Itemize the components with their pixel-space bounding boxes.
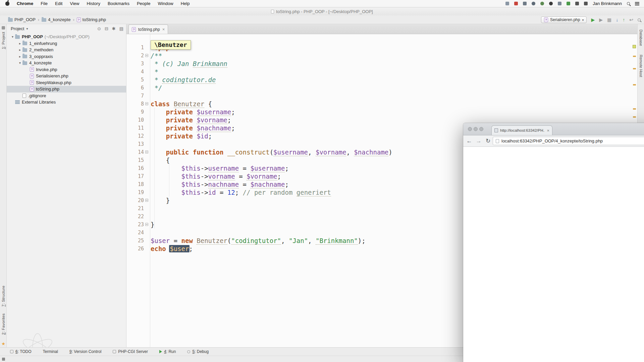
editor-code[interactable]: <?php/** * (c) Jan Brinkmann * * codingt… — [151, 44, 392, 253]
toolwindow-terminal[interactable]: Terminal — [43, 349, 58, 354]
breadcrumb-4-konzepte[interactable]: 4_konzepte — [42, 17, 70, 22]
notification-center-icon[interactable] — [635, 2, 639, 5]
menu-view[interactable]: View — [70, 1, 79, 6]
code-line[interactable] — [151, 229, 392, 237]
inspection-status-icon[interactable] — [633, 45, 636, 48]
settings-gear-icon[interactable]: ✱ — [112, 26, 116, 31]
code-line[interactable]: $this->id = 12; // per random generiert — [151, 188, 392, 196]
editor-tab-tostring[interactable]: toString.php × — [128, 24, 168, 34]
fold-marker-icon[interactable] — [145, 199, 148, 202]
toolwindow-button-structure[interactable]: 7: Structure — [1, 286, 5, 307]
run-config-select[interactable]: Serialisieren.php ▾ — [541, 16, 587, 23]
tree-item-invoke-php[interactable]: Invoke.php — [7, 66, 126, 73]
favorites-star-icon[interactable]: ★ — [1, 342, 5, 346]
code-line[interactable]: private $nachname; — [151, 124, 392, 132]
code-line[interactable]: $this->nachname = $nachname; — [151, 180, 392, 188]
evernote-icon[interactable] — [540, 2, 544, 5]
toolwindow-button-project[interactable]: 1: Project — [1, 32, 5, 49]
code-line[interactable]: private $username; — [151, 108, 392, 116]
code-line[interactable]: $this->vorname = $vorname; — [151, 172, 392, 180]
tree-item-4-konzepte[interactable]: ▾4_konzepte — [7, 60, 126, 66]
address-bar[interactable]: localhost:63342/PHP_OOP/4_konzepte/toStr… — [493, 137, 644, 145]
fold-marker-icon[interactable] — [145, 54, 148, 57]
code-line[interactable] — [151, 140, 392, 148]
tree-item-3-ooppraxis[interactable]: ▸3_ooppraxis — [7, 53, 126, 60]
menu-chrome[interactable]: Chrome — [17, 1, 33, 6]
zoom-window-icon[interactable] — [479, 127, 483, 131]
code-line[interactable]: */ — [151, 84, 392, 92]
forward-icon[interactable]: → — [474, 138, 483, 144]
tree-arrow-icon[interactable]: ▾ — [17, 61, 22, 65]
tree-item-gitignore[interactable]: .gitignore — [7, 93, 126, 99]
rollback-button[interactable]: ↩ — [629, 17, 633, 22]
tree-item-serialisieren-php[interactable]: Serialisieren.php — [7, 73, 126, 79]
menu-people[interactable]: People — [137, 1, 150, 6]
code-line[interactable]: public function __construct($username, $… — [151, 148, 392, 156]
camera-app-icon[interactable] — [549, 2, 553, 5]
tree-arrow-icon[interactable]: ▸ — [17, 55, 22, 58]
menu-edit[interactable]: Edit — [55, 1, 62, 6]
menu-file[interactable]: File — [41, 1, 48, 6]
dropbox-icon[interactable] — [558, 2, 561, 5]
code-line[interactable]: class Benutzer { — [151, 100, 392, 108]
update-project-button[interactable]: ↓ — [616, 17, 618, 22]
stripe-mark[interactable] — [633, 116, 636, 118]
run-coverage-button[interactable]: ▶ — [599, 17, 603, 22]
tree-arrow-icon[interactable]: ▸ — [17, 48, 22, 52]
code-line[interactable] — [151, 204, 392, 213]
apple-menu-icon[interactable] — [5, 2, 9, 6]
health-plus-icon[interactable] — [567, 2, 570, 5]
menubar-username[interactable]: Jan Brinkmann — [593, 1, 622, 6]
toolwindow-todo[interactable]: 6: TODO — [10, 349, 32, 354]
menu-help[interactable]: Help — [181, 1, 190, 6]
breadcrumb-tostring-php[interactable]: toString.php — [77, 17, 106, 22]
toolwindow-run[interactable]: 4: Run — [159, 349, 176, 354]
tree-item-1-einfuehrung[interactable]: ▸1_einfuehrung — [7, 40, 126, 47]
screen-record-icon[interactable] — [514, 2, 518, 5]
browser-tab[interactable]: http://localhost:63342/PH... × — [491, 125, 552, 135]
fold-marker-icon[interactable] — [145, 150, 148, 154]
tree-arrow-icon[interactable]: ▾ — [10, 35, 15, 39]
menu-history[interactable]: History — [87, 1, 100, 6]
menu-window[interactable]: Window — [158, 1, 173, 6]
clock-app-icon[interactable] — [532, 2, 535, 5]
browser-viewport[interactable] — [463, 147, 644, 362]
toolwindow-version-control[interactable]: 9: Version Control — [69, 349, 101, 354]
profiler-button[interactable]: ▦ — [607, 17, 611, 22]
stripe-mark[interactable] — [633, 56, 636, 57]
fold-marker-icon[interactable] — [145, 102, 148, 105]
display-app-icon[interactable] — [523, 2, 527, 5]
hide-panel-icon[interactable]: ▤ — [119, 26, 123, 31]
stripe-mark[interactable] — [633, 68, 636, 69]
code-line[interactable] — [151, 92, 392, 100]
code-line[interactable]: /** — [151, 52, 392, 60]
toolwindow-button-database[interactable]: Database — [639, 29, 643, 46]
close-icon[interactable]: × — [547, 128, 549, 133]
code-line[interactable]: * (c) Jan Brinkmann — [151, 60, 392, 68]
fold-marker-icon[interactable] — [145, 223, 148, 226]
cloud-app-icon[interactable] — [505, 2, 509, 5]
ide-titlebar[interactable]: toString.php - PHP_OOP - [~/Desktop/PHP_… — [0, 7, 644, 15]
project-toolwindow-icon[interactable] — [2, 26, 5, 29]
stripe-mark[interactable] — [633, 84, 636, 85]
toggle-toolwindows-icon[interactable] — [2, 358, 5, 361]
breadcrumb-php-oop[interactable]: PHP_OOP — [8, 17, 36, 22]
code-line[interactable] — [151, 213, 392, 221]
code-line[interactable]: * — [151, 68, 392, 76]
code-line[interactable]: { — [151, 156, 392, 164]
chrome-titlebar[interactable]: http://localhost:63342/PH... × — [463, 123, 644, 135]
code-line[interactable]: $user = new Benutzer("codingtutor", "Jan… — [151, 237, 392, 245]
code-line[interactable]: $this->username = $username; — [151, 164, 392, 172]
bluetooth-icon[interactable] — [584, 2, 588, 5]
tree-item-tostring-php[interactable]: toString.php — [7, 86, 126, 93]
toolwindow-php-cgi-server[interactable]: PHP-CGI Server — [113, 349, 148, 354]
tree-item-sleepwakeup-php[interactable]: SleepWakeup.php — [7, 79, 126, 86]
back-icon[interactable]: ← — [465, 138, 474, 144]
run-button[interactable]: ▶ — [591, 17, 595, 22]
tree-item-2-methoden[interactable]: ▸2_methoden — [7, 47, 126, 53]
tree-arrow-icon[interactable]: ▸ — [17, 42, 22, 45]
toolwindow-button-remote-host[interactable]: Remote Host — [639, 55, 643, 77]
toolwindow-button-favorites[interactable]: 2: Favorites — [1, 313, 5, 335]
commit-button[interactable]: ↑ — [623, 17, 625, 22]
code-line[interactable]: * codingtutor.de — [151, 76, 392, 84]
